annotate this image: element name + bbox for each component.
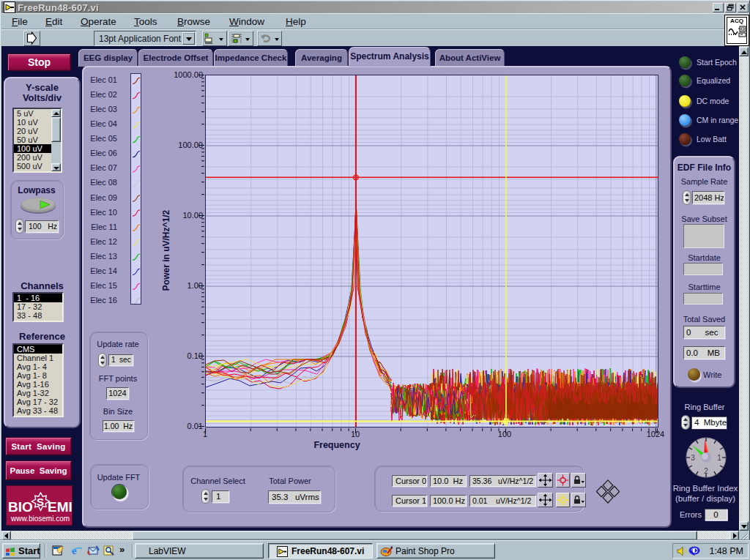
- svg-text:www.biosemi.com: www.biosemi.com: [10, 515, 70, 523]
- svg-text:S: S: [37, 496, 44, 508]
- svg-text:2: 2: [704, 467, 708, 475]
- svg-text:EMI: EMI: [48, 499, 72, 515]
- svg-text:1: 1: [717, 454, 721, 462]
- svg-text:3: 3: [691, 454, 695, 462]
- svg-text:BIO: BIO: [8, 499, 33, 515]
